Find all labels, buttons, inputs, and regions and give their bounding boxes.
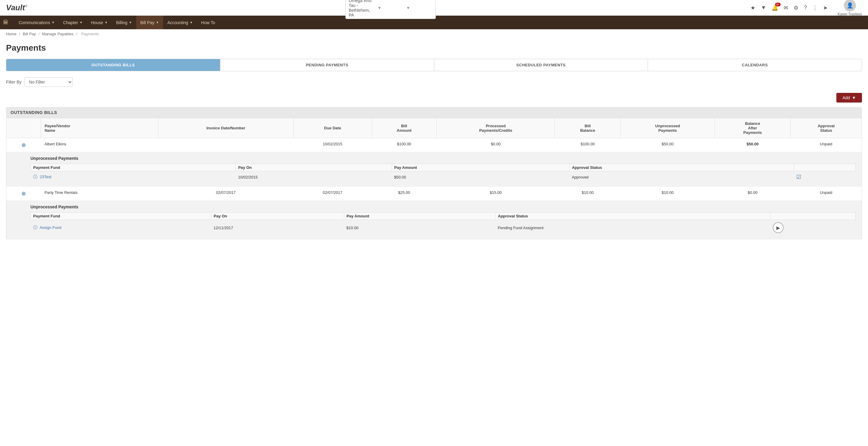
sub-col-action <box>770 213 856 220</box>
sub-amount: $10.00 <box>344 220 495 236</box>
sub-fund: ⓘ Assign Fund <box>31 220 211 236</box>
breadcrumb-home[interactable]: Home <box>6 32 17 36</box>
sub-col-approval: Approval Status <box>569 164 794 171</box>
col-payee: Payee/VendorName <box>41 118 158 138</box>
add-button-label: Add <box>842 95 850 100</box>
row-due-date: 10/02/2015 <box>293 138 372 152</box>
breadcrumb-payments: Payments <box>82 32 99 36</box>
sub-col-fund: Payment Fund <box>31 213 211 220</box>
apps-icon[interactable]: ⋮ <box>812 4 818 11</box>
sub-approval: Approved <box>569 171 794 183</box>
section-header: OUTSTANDING BILLS <box>6 107 862 118</box>
row-bill-balance: $100.00 <box>555 138 621 152</box>
sub-action[interactable]: ▶ <box>770 220 856 236</box>
star-icon[interactable]: ★ <box>750 4 755 11</box>
col-bill-amount: BillAmount <box>372 118 437 138</box>
notification-badge: 5+ <box>775 3 781 6</box>
sub-section-row: Unprocessed Payments Payment Fund Pay On… <box>6 201 862 239</box>
row-bill-amount: $100.00 <box>372 138 437 152</box>
sub-title: Unprocessed Payments <box>30 156 856 161</box>
sub-col-amount: Pay Amount <box>344 213 495 220</box>
breadcrumb: Home / Bill Pay / Manage Payables / Paym… <box>0 29 868 38</box>
row-balance-after: $0.00 <box>715 187 790 201</box>
breadcrumb-manage-payables[interactable]: Manage Payables <box>42 32 73 36</box>
sub-payon: 12/11/2017 <box>211 220 344 236</box>
tab-pending-payments[interactable]: PENDING PAYMENTS <box>220 59 434 71</box>
sub-col-fund: Payment Fund <box>31 164 236 171</box>
fund-link[interactable]: Assign Fund <box>39 225 61 230</box>
tab-outstanding-bills[interactable]: OUTSTANDING BILLS <box>6 59 220 71</box>
col-processed: ProcessedPayments/Credits <box>437 118 555 138</box>
avatar[interactable]: 👤 <box>844 0 856 11</box>
tab-scheduled-payments[interactable]: SCHEDULED PAYMENTS <box>434 59 648 71</box>
tab-calendars[interactable]: CALENDARS <box>648 59 862 71</box>
add-button-container: Add ▼ <box>6 93 862 102</box>
nav-accounting[interactable]: Accounting ▼ <box>163 16 197 29</box>
home-icon[interactable]: 🏛 <box>3 19 8 26</box>
nav-howto[interactable]: How To <box>197 16 219 29</box>
sub-title: Unprocessed Payments <box>30 204 856 209</box>
nav-billing[interactable]: Billing ▼ <box>112 16 136 29</box>
sub-amount: $50.00 <box>392 171 569 183</box>
row-invoice <box>158 138 293 152</box>
sub-col-payon: Pay On <box>236 164 392 171</box>
filter-label: Filter By <box>6 80 22 84</box>
mail-icon[interactable]: ✉ <box>784 4 788 11</box>
org-selector[interactable]: Omega Rho Tau - Bethlehem, PA ▼ ▼ <box>345 0 436 19</box>
nav-communications[interactable]: Communications ▼ <box>14 16 59 29</box>
notification-icon[interactable]: 🔔 5+ <box>772 4 778 11</box>
col-invoice: Invoice Date/Number <box>158 118 293 138</box>
row-unprocessed: $10.00 <box>621 187 715 201</box>
sub-section-cell: Unprocessed Payments Payment Fund Pay On… <box>6 201 862 239</box>
row-processed: $15.00 <box>437 187 555 201</box>
row-due-date: 02/07/2017 <box>293 187 372 201</box>
user-profile[interactable]: 👤 Karen Travieso <box>838 0 862 16</box>
sub-col-approval: Approval Status <box>495 213 770 220</box>
org-expand-icon[interactable]: ▼ <box>406 5 433 10</box>
row-minus-icon[interactable]: ⊗ <box>6 138 41 152</box>
sub-section-inner: Unprocessed Payments Payment Fund Pay On… <box>6 152 862 186</box>
signout-icon[interactable]: ➤ <box>823 4 828 11</box>
col-unprocessed: UnprocessedPayments <box>621 118 715 138</box>
bills-table: Payee/VendorName Invoice Date/Number Due… <box>6 118 862 239</box>
fund-link[interactable]: 23Test <box>40 175 51 179</box>
sub-table-row: ⓘ Assign Fund 12/11/2017 $10.00 Pending … <box>31 220 856 236</box>
app-logo: Vault® <box>6 3 27 12</box>
row-minus-icon[interactable]: ⊗ <box>6 187 41 201</box>
chevron-down-icon: ▼ <box>52 21 55 24</box>
row-bill-balance: $10.00 <box>555 187 621 201</box>
breadcrumb-billpay[interactable]: Bill Pay <box>23 32 36 36</box>
add-button[interactable]: Add ▼ <box>836 93 862 102</box>
page-title: Payments <box>6 43 862 53</box>
row-unprocessed: $50.00 <box>621 138 715 152</box>
chevron-down-icon: ▼ <box>104 21 107 24</box>
top-bar: Vault® Omega Rho Tau - Bethlehem, PA ▼ ▼… <box>0 0 868 16</box>
checkmark-icon: ☑ <box>796 174 801 180</box>
info-icon[interactable]: ⓘ <box>33 174 37 179</box>
chevron-down-icon: ▼ <box>129 21 132 24</box>
help-icon[interactable]: ? <box>804 4 807 11</box>
nav-billpay[interactable]: Bill Pay ▼ <box>136 16 163 29</box>
chevron-down-icon: ▼ <box>852 95 856 100</box>
sub-col-payon: Pay On <box>211 213 344 220</box>
filter-select[interactable]: No Filter Due Date Vendor Amount <box>24 77 73 87</box>
row-payee: Albert Elkins <box>41 138 158 152</box>
sub-fund: ⓘ 23Test <box>31 171 236 183</box>
settings-icon[interactable]: ⚙ <box>794 4 798 11</box>
row-invoice: 02/07/2017 <box>158 187 293 201</box>
info-icon[interactable]: ⓘ <box>33 225 37 230</box>
org-selector-value: Omega Rho Tau - Bethlehem, PA <box>349 0 375 18</box>
action-circle-button[interactable]: ▶ <box>773 222 784 233</box>
org-dropdown-icon[interactable]: ▼ <box>377 5 404 10</box>
chevron-down-icon: ▼ <box>190 21 193 24</box>
col-balance-after: BalanceAfterPayments <box>715 118 790 138</box>
expand-icon[interactable]: ▼ <box>761 4 766 11</box>
sub-col-amount: Pay Amount <box>392 164 569 171</box>
col-approval: ApprovalStatus <box>790 118 862 138</box>
nav-chapter[interactable]: Chapter ▼ <box>59 16 87 29</box>
sub-col-action <box>794 164 855 171</box>
row-approval: Unpaid <box>790 187 862 201</box>
nav-house[interactable]: House ▼ <box>87 16 112 29</box>
row-processed: $0.00 <box>437 138 555 152</box>
chevron-down-icon: ▼ <box>80 21 83 24</box>
